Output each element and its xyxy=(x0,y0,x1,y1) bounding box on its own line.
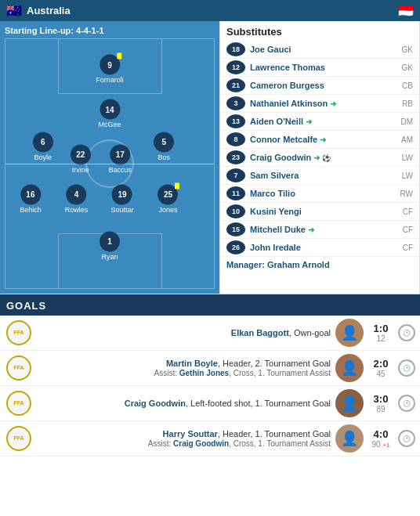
player-22: 22Irvine xyxy=(71,144,91,173)
sub-number: 8 xyxy=(226,132,245,146)
arrow-in-icon: ➜ xyxy=(328,99,336,108)
player-16: 16Behich xyxy=(20,184,42,213)
sub-name: Craig Goodwin ➜ ⚽ xyxy=(250,153,391,162)
sub-name: Sam Silvera xyxy=(250,171,391,180)
header: 🇦🇺 Australia 🇮🇩 xyxy=(0,0,420,21)
player-17: 17Baccus xyxy=(109,144,132,173)
score-time: 89 xyxy=(376,405,385,413)
player-photo: 👤 xyxy=(335,319,364,347)
goals-list: FFAElkan Baggott, Own-goal👤1:012🕐FFAMart… xyxy=(0,316,420,456)
sub-number: 26 xyxy=(226,240,245,254)
team-emblem: FFA xyxy=(5,424,33,453)
sub-position: AM xyxy=(391,135,413,144)
sub-position: CB xyxy=(391,81,413,90)
sub-row: 26John IredaleCF xyxy=(220,239,419,257)
clock-icon: 🕐 xyxy=(398,395,415,412)
sub-name: Joe Gauci xyxy=(250,45,391,54)
sub-number: 12 xyxy=(226,60,245,74)
lineup-title: Starting Line-up: 4-4-1-1 xyxy=(5,26,215,35)
clock-icon: 🕐 xyxy=(398,324,415,341)
player-6: 6Boyle xyxy=(33,132,53,161)
goal-scorer: Martin Boyle, Header, 2. Tournament Goal xyxy=(38,359,331,368)
extra-time: +1 xyxy=(382,442,389,449)
sub-row: 7Sam SilveraLW xyxy=(220,167,419,185)
emblem-circle: FFA xyxy=(6,320,31,345)
score-value: 3:0 xyxy=(374,393,389,405)
sub-position: GK xyxy=(391,63,413,72)
sub-position: DM xyxy=(391,117,413,126)
emblem-circle: FFA xyxy=(6,391,31,416)
sub-position: RW xyxy=(391,189,413,198)
sub-row: 15Mitchell Duke ➜CF xyxy=(220,221,419,239)
pitch-panel: Starting Line-up: 4-4-1-1 9Fornaroli14Mc… xyxy=(0,21,219,294)
goal-row: FFAMartin Boyle, Header, 2. Tournament G… xyxy=(0,351,420,386)
sub-position: CF xyxy=(391,207,413,216)
manager-row: Manager: Graham Arnold xyxy=(220,257,419,272)
sub-name: Nathaniel Atkinson ➜ xyxy=(250,99,391,108)
player-photo: 👤 xyxy=(335,424,364,453)
score-block: 1:012 xyxy=(367,323,395,343)
sub-position: LW xyxy=(391,171,413,180)
sub-number: 10 xyxy=(226,204,245,218)
indonesia-flag-icon: 🇮🇩 xyxy=(398,3,414,18)
score-block: 3:089 xyxy=(367,393,395,413)
sub-name: Marco Tilio xyxy=(250,189,391,198)
team-emblem: FFA xyxy=(5,319,33,347)
sub-number: 15 xyxy=(226,222,245,236)
player-19: 19Souttar xyxy=(110,184,133,213)
arrow-in-icon: ➜ xyxy=(303,117,312,126)
score-block: 2:045 xyxy=(367,358,395,378)
sub-row: 23Craig Goodwin ➜ ⚽LW xyxy=(220,149,419,167)
team-emblem: FFA xyxy=(5,389,33,417)
sub-number: 13 xyxy=(226,114,245,128)
clock-hand: 🕐 xyxy=(403,435,411,442)
goal-info: Craig Goodwin, Left-footed shot, 1. Tour… xyxy=(33,399,335,408)
goal-scorer: Craig Goodwin, Left-footed shot, 1. Tour… xyxy=(38,399,331,408)
clock-icon: 🕐 xyxy=(398,359,415,377)
sub-number: 21 xyxy=(226,78,245,92)
team-emblem: FFA xyxy=(5,354,33,382)
sub-row: 10Kusini YengiCF xyxy=(220,203,419,221)
main-content: Starting Line-up: 4-4-1-1 9Fornaroli14Mc… xyxy=(0,21,420,294)
manager-label: Manager: xyxy=(226,260,265,269)
substitutes-title: Substitutes xyxy=(220,24,419,41)
score-time: 90 +1 xyxy=(371,440,389,449)
sub-name: Cameron Burgess xyxy=(250,81,391,90)
australia-flag-icon: 🇦🇺 xyxy=(6,3,22,18)
sub-name: Mitchell Duke ➜ xyxy=(250,225,391,234)
sub-row: 8Connor Metcalfe ➜AM xyxy=(220,131,419,149)
goals-section: GOALS FFAElkan Baggott, Own-goal👤1:012🕐F… xyxy=(0,294,420,456)
goal-row: FFACraig Goodwin, Left-footed shot, 1. T… xyxy=(0,386,420,421)
sub-row: 12Lawrence ThomasGK xyxy=(220,59,419,77)
sub-row: 11Marco TilioRW xyxy=(220,185,419,203)
sub-number: 23 xyxy=(226,150,245,164)
score-value: 4:0 xyxy=(374,428,389,440)
sub-position: LW xyxy=(391,153,413,162)
emblem-circle: FFA xyxy=(6,426,31,451)
score-block: 4:090 +1 xyxy=(367,428,395,449)
goal-scorer: Elkan Baggott, Own-goal xyxy=(38,328,331,337)
australia-label: Australia xyxy=(27,5,71,16)
player-photo: 👤 xyxy=(335,354,364,382)
goal-info: Martin Boyle, Header, 2. Tournament Goal… xyxy=(33,359,335,377)
sub-number: 7 xyxy=(226,168,245,182)
sub-name: Aiden O'Neill ➜ xyxy=(250,117,391,126)
goal-row: FFAHarry Souttar, Header, 1. Tournament … xyxy=(0,421,420,456)
clock-icon: 🕐 xyxy=(398,430,415,447)
score-time: 12 xyxy=(376,334,385,343)
substitutes-list: 18Joe GauciGK12Lawrence ThomasGK21Camero… xyxy=(220,41,419,257)
sub-number: 11 xyxy=(226,186,245,200)
player-photo: 👤 xyxy=(335,389,364,417)
player-14: 14McGee xyxy=(98,99,121,128)
sub-row: 13Aiden O'Neill ➜DM xyxy=(220,113,419,131)
sub-name: Connor Metcalfe ➜ xyxy=(250,135,391,144)
goal-assist: Assist: Gethin Jones, Cross, 1. Tourname… xyxy=(38,369,331,377)
sub-position: RB xyxy=(391,99,413,108)
header-left: 🇦🇺 Australia xyxy=(6,3,71,18)
clock-hand: 🕐 xyxy=(403,365,411,372)
goal-row: FFAElkan Baggott, Own-goal👤1:012🕐 xyxy=(0,316,420,351)
emblem-circle: FFA xyxy=(6,355,31,381)
score-value: 2:0 xyxy=(374,358,389,370)
player-25: 25Jones xyxy=(158,184,178,213)
sub-row: 21Cameron BurgessCB xyxy=(220,77,419,95)
